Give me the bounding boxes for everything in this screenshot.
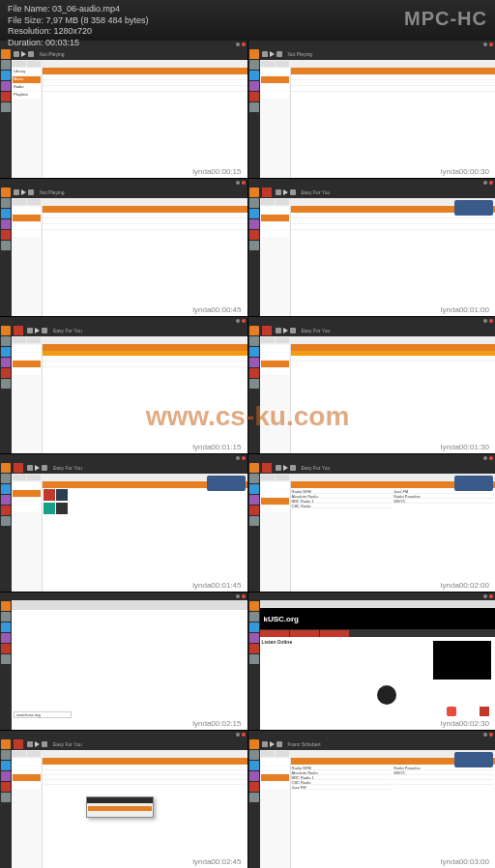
- table-row[interactable]: [43, 86, 248, 92]
- import-button[interactable]: [13, 61, 26, 67]
- thumb-5[interactable]: Easy For You lynda00:01:15: [0, 317, 248, 454]
- thumb-10[interactable]: kUSC.org Listen Online lynda00:02:30: [248, 593, 496, 730]
- now-playing: Not Playing: [40, 51, 65, 57]
- sidebar-item-library[interactable]: Library: [13, 69, 41, 75]
- sidebar-item-music[interactable]: Music: [13, 76, 41, 83]
- thumb-4[interactable]: Easy For You lynda00:01:00: [248, 179, 496, 316]
- disc-icon: [377, 685, 396, 705]
- resolution: 1280x720: [54, 26, 93, 36]
- album-art: [262, 188, 272, 197]
- thumb-2[interactable]: Not Playing lynda00:00:30: [248, 41, 496, 178]
- play-button[interactable]: [21, 51, 26, 57]
- thumbnail-grid: Not Playing Library Music Radio Playlist…: [0, 41, 495, 868]
- add-station-dialog: [86, 796, 154, 818]
- thumb-12[interactable]: Franz Schubert Radio GFMAbsolute RadioBB…: [248, 731, 496, 868]
- lynda-watermark: lynda00:00:15: [190, 167, 243, 176]
- notification-bubble: [207, 476, 246, 491]
- dialog-input[interactable]: [88, 806, 152, 811]
- thumb-9[interactable]: www.kusc.org lynda00:02:15: [0, 593, 248, 730]
- nav-tab[interactable]: [260, 630, 289, 637]
- album-cover[interactable]: [44, 503, 55, 514]
- thumb-8[interactable]: Easy For You Radio GFM Absolute Radio BB…: [248, 454, 496, 592]
- thumb-6[interactable]: Easy For You lynda00:01:30: [248, 317, 496, 454]
- next-button[interactable]: [28, 51, 34, 57]
- thumb-11[interactable]: Easy For You lynda00:02:45: [0, 731, 248, 868]
- firefox-window: www.kusc.org: [12, 600, 248, 730]
- thumb-7[interactable]: Easy For You: [0, 454, 248, 592]
- sidebar-item-playlists[interactable]: Playlists: [13, 92, 41, 99]
- site-logo[interactable]: kUSC.org: [260, 608, 496, 629]
- mpc-brand: MPC-HC: [404, 6, 487, 31]
- library-sidebar: Library Music Radio Playlists: [12, 68, 43, 178]
- notification-bubble: [454, 200, 493, 216]
- sidebar-item-radio[interactable]: Radio: [13, 84, 41, 91]
- dash-icon[interactable]: [1, 49, 11, 59]
- player-controls: Not Playing: [12, 48, 248, 60]
- speaker-icon[interactable]: [447, 707, 456, 716]
- file-size: 7,97 MB (8 358 484 bytes): [46, 15, 149, 25]
- duration: 00:03:15: [45, 38, 79, 47]
- browse-button[interactable]: [27, 61, 41, 67]
- ubuntu-launcher: [0, 48, 12, 178]
- album-cover[interactable]: [44, 489, 55, 501]
- column-header[interactable]: [43, 68, 248, 74]
- album-cover[interactable]: [56, 503, 68, 514]
- nav-tab[interactable]: [320, 630, 349, 637]
- radio-station[interactable]: WNYC: [393, 499, 494, 504]
- thumb-3[interactable]: Not Playing lynda00:00:45: [0, 179, 248, 316]
- url-bar[interactable]: www.kusc.org: [14, 711, 72, 718]
- thumb-1[interactable]: Not Playing Library Music Radio Playlist…: [0, 41, 248, 178]
- settings-icon[interactable]: [1, 102, 11, 112]
- album-cover[interactable]: [56, 489, 68, 501]
- prev-button[interactable]: [14, 51, 19, 57]
- rhythmbox-icon[interactable]: [1, 92, 11, 101]
- track-pane: [43, 68, 248, 178]
- firefox-icon[interactable]: [1, 71, 11, 80]
- files-icon[interactable]: [1, 60, 11, 70]
- nav-tab[interactable]: [290, 630, 319, 637]
- file-name: 03_06-audio.mp4: [52, 4, 120, 14]
- heart-icon[interactable]: [480, 707, 489, 716]
- mpc-info-bar: File Name: 03_06-audio.mp4 File Size: 7,…: [0, 0, 495, 41]
- app-icon[interactable]: [1, 81, 11, 91]
- player-embed[interactable]: [433, 641, 491, 680]
- radio-station[interactable]: CBC Radio: [292, 504, 393, 508]
